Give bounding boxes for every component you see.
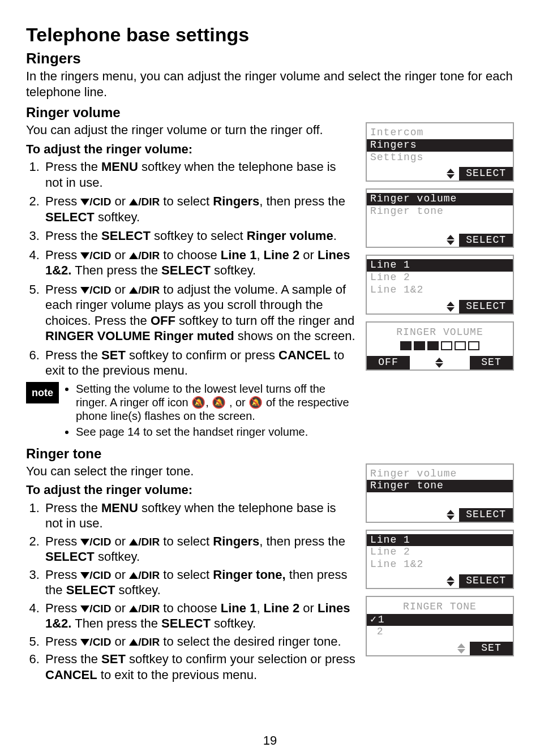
- text: softkey.: [211, 263, 256, 277]
- lcd-row: Intercom: [367, 127, 513, 139]
- up-down-arrows-icon: [447, 235, 455, 245]
- text: to select the desired ringer tone.: [160, 634, 341, 648]
- lcd-softbar: SET: [367, 642, 513, 655]
- dir-key: /DIR: [138, 569, 160, 581]
- ringer-tone-intro: You can select the ringer tone.: [26, 463, 355, 479]
- text: ,: [205, 396, 212, 409]
- note-badge: note: [26, 382, 59, 404]
- up-down-arrows-icon: [447, 510, 455, 520]
- list-item: Press /CID or /DIR to adjust the volume.…: [43, 282, 355, 344]
- list-item: See page 14 to set the handset ringer vo…: [76, 425, 355, 439]
- text: , then press the: [259, 194, 345, 208]
- text: ,: [256, 248, 263, 262]
- bell-off-icon: 🔕: [212, 396, 226, 409]
- select-key: SELECT: [45, 549, 95, 564]
- up-down-arrows-icon: [447, 169, 455, 179]
- lcd-softbar: SELECT: [367, 508, 513, 522]
- cid-key: /CID: [89, 636, 111, 648]
- text: Press the: [45, 160, 101, 174]
- list-item: Press the SELECT softkey to select Ringe…: [43, 228, 355, 244]
- up-down-arrows-icon: [447, 576, 455, 586]
- cancel-key: CANCEL: [45, 668, 97, 682]
- ringer-volume-heading: Ringer volume: [26, 104, 514, 121]
- triangle-down-icon: [80, 252, 89, 259]
- lcd-row-selected: Line 1: [367, 534, 513, 547]
- text: or: [111, 282, 129, 297]
- off-key: OFF: [151, 313, 175, 328]
- dir-key: /DIR: [138, 284, 160, 296]
- text: Press: [45, 568, 80, 582]
- lcd-screen: Line 1 Line 2 Line 1&2 SELECT: [366, 255, 514, 314]
- lcd-row-selected: Ringer volume: [367, 193, 513, 205]
- list-item: Press /CID or /DIR to select Ringers, th…: [43, 194, 355, 225]
- list-item: Press /CID or /DIR to select Ringer tone…: [43, 567, 355, 598]
- text: Press: [45, 282, 80, 297]
- note-block: note Setting the volume to the lowest le…: [26, 382, 355, 441]
- text: to select: [160, 534, 213, 548]
- triangle-down-icon: [80, 539, 89, 545]
- list-item: Press /CID or /DIR to select the desired…: [43, 634, 355, 650]
- text: softkey.: [95, 549, 140, 564]
- set-key: SET: [101, 348, 126, 362]
- lcd-row-selected: 1: [367, 614, 513, 626]
- lcd-softbar: SELECT: [367, 234, 513, 247]
- dir-key: /DIR: [138, 250, 160, 261]
- lcd-row: [367, 218, 513, 230]
- triangle-up-icon: [129, 639, 138, 646]
- ringers-heading: Ringers: [26, 49, 514, 68]
- text: softkey to turn off the ringer and: [175, 313, 354, 328]
- manual-page: Telephone base settings Ringers In the r…: [0, 0, 540, 756]
- triangle-up-icon: [129, 252, 138, 259]
- lcd-softbar: SELECT: [367, 167, 513, 181]
- cid-key: /CID: [89, 196, 111, 208]
- text: softkey.: [115, 583, 161, 597]
- text: to select: [160, 568, 213, 582]
- ringer-tone-block: You can select the ringer tone. To adjus…: [26, 463, 514, 685]
- select-key: SELECT: [161, 616, 211, 630]
- up-down-arrows-icon: [435, 358, 443, 368]
- ringer-tone-adjust-heading: To adjust the ringer volume:: [26, 482, 355, 498]
- lcd-softkey: SELECT: [459, 574, 513, 588]
- lcd-screen: RINGER TONE 1 2 SET: [366, 596, 514, 656]
- list-item: Press the MENU softkey when the telephon…: [43, 159, 355, 190]
- lcd-row-selected: Line 1: [367, 259, 513, 272]
- lcd-row: Line 2: [367, 272, 513, 284]
- triangle-down-icon: [80, 287, 89, 294]
- lcd-softkey: SELECT: [459, 167, 513, 181]
- lcd-screen: Line 1 Line 2 Line 1&2 SELECT: [366, 530, 514, 589]
- lcd-screen: RINGER VOLUME OFF SET: [366, 321, 514, 371]
- page-title: Telephone base settings: [26, 23, 514, 47]
- lcd-row: Ringer volume: [367, 468, 513, 480]
- text: softkey.: [95, 210, 140, 224]
- lcd-softkey: SELECT: [459, 300, 513, 313]
- lcd-title: RINGER TONE: [367, 600, 513, 614]
- text: or: [111, 248, 129, 262]
- line-key: Line 1: [221, 601, 257, 615]
- volume-bars-icon: [367, 339, 513, 354]
- cancel-key: CANCEL: [278, 348, 331, 362]
- note-body: Setting the volume to the lowest level t…: [66, 382, 355, 441]
- dir-key: /DIR: [138, 196, 160, 208]
- select-key: SELECT: [101, 229, 151, 243]
- triangle-up-icon: [129, 605, 138, 612]
- lcd-softkey: SELECT: [459, 234, 513, 247]
- text: .: [333, 229, 337, 243]
- line-key: Line 2: [264, 248, 300, 262]
- cid-key: /CID: [89, 284, 111, 296]
- select-key: SELECT: [45, 210, 95, 224]
- ringer-volume-text: You can adjust the ringer volume or turn…: [26, 122, 355, 441]
- text: Press: [45, 534, 80, 548]
- lcd-softbar: OFF SET: [367, 356, 513, 370]
- text: Press the: [45, 501, 101, 515]
- lcd-title: RINGER VOLUME: [367, 326, 513, 340]
- lcd-row: Settings: [367, 152, 513, 164]
- lcd-row: Line 2: [367, 546, 513, 559]
- text: Press the: [45, 229, 101, 243]
- lcd-row: Line 1&2: [367, 284, 513, 297]
- lcd-row-selected: Ringers: [367, 139, 513, 152]
- ringers-intro: In the ringers menu, you can adjust the …: [26, 68, 514, 100]
- list-item: Press the SET softkey to confirm or pres…: [43, 347, 355, 379]
- text: softkey to select: [151, 229, 247, 243]
- text: or: [111, 568, 129, 582]
- ringer-volume-steps: Press the MENU softkey when the telephon…: [26, 159, 355, 379]
